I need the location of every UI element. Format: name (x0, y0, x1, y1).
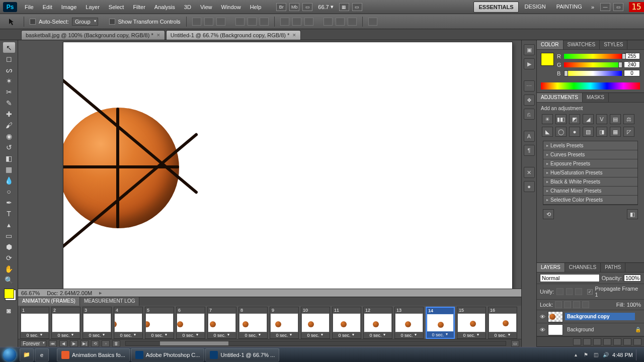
tween-button[interactable]: ⟲ (91, 340, 99, 347)
extras-icon[interactable]: ▭ (352, 3, 362, 11)
arrange-docs-icon[interactable]: ▦ (339, 3, 349, 11)
app-icon[interactable]: Ps (3, 2, 17, 12)
animation-frame[interactable]: 130 sec.▼ (394, 307, 424, 339)
dock-panel-icon[interactable]: ❖ (524, 95, 535, 106)
layer-visibility-icon[interactable]: 👁 (537, 327, 548, 333)
screen-mode-icon[interactable]: ▭ (302, 3, 312, 11)
3d-camera-tool[interactable]: ⟳ (3, 252, 15, 263)
layer-mask-icon[interactable] (593, 338, 601, 345)
taskbar-clock[interactable]: 4:48 PM (612, 352, 633, 358)
tray-flag-icon[interactable]: ⚑ (582, 351, 589, 358)
align-vcenter-icon[interactable] (204, 18, 213, 26)
unify-visibility-icon[interactable] (566, 288, 573, 295)
gradient-tool[interactable]: ▦ (3, 164, 15, 174)
duplicate-frame-button[interactable]: ▫ (102, 340, 110, 347)
adjustment-preset[interactable]: Black & White Presets (543, 177, 637, 187)
menu-edit[interactable]: Edit (38, 0, 57, 14)
lock-all-icon[interactable] (582, 301, 589, 308)
ie-pinned-icon[interactable]: e (35, 348, 49, 361)
workspace-design[interactable]: DESIGN (520, 2, 550, 13)
layer-thumbnail[interactable] (548, 311, 563, 322)
link-layers-icon[interactable] (573, 338, 581, 345)
new-layer-icon[interactable] (623, 338, 631, 345)
quick-mask-icon[interactable]: ◙ (3, 305, 15, 316)
animation-frames-row[interactable]: 10 sec.▼20 sec.▼30 sec.▼40 sec.▼50 sec.▼… (18, 306, 521, 339)
dist-right-icon[interactable] (348, 18, 357, 26)
explorer-pinned-icon[interactable]: 📁 (20, 348, 34, 361)
adjustment-icon[interactable]: ▧ (583, 127, 594, 137)
panel-tab[interactable]: ADJUSTMENTS (537, 93, 583, 102)
lock-image-icon[interactable] (564, 301, 571, 308)
play-button[interactable]: ▶ (70, 340, 78, 347)
adjustment-icon[interactable]: ▮◧ (555, 114, 567, 124)
auto-select-checkbox[interactable] (30, 19, 36, 25)
dist-bottom-icon[interactable] (304, 18, 313, 26)
color-value-input[interactable]: 255 (624, 53, 640, 59)
crop-tool[interactable]: ✂ (3, 86, 15, 97)
close-tab-icon[interactable]: ✕ (156, 33, 160, 38)
dock-panel-icon[interactable]: ⎌ (524, 109, 535, 120)
lasso-tool[interactable]: ᔕ (3, 64, 15, 75)
path-select-tool[interactable]: ▴ (3, 219, 15, 230)
color-spectrum[interactable] (541, 82, 640, 89)
unify-position-icon[interactable] (556, 288, 564, 295)
first-frame-button[interactable]: ⏮ (49, 340, 57, 347)
adjustment-preset[interactable]: Hue/Saturation Presets (543, 168, 637, 177)
pen-tool[interactable]: ✒ (3, 197, 15, 208)
animation-frame[interactable]: 140 sec.▼ (426, 307, 455, 339)
menu-view[interactable]: View (196, 0, 217, 14)
animation-frame[interactable]: 60 sec.▼ (176, 307, 205, 339)
animation-frame[interactable]: 100 sec.▼ (301, 307, 330, 339)
layer-thumbnail[interactable] (548, 324, 563, 335)
color-slider[interactable] (564, 62, 622, 67)
adjustment-icon[interactable]: ◯ (555, 127, 567, 137)
zoom-tool[interactable]: 🔍 (3, 275, 15, 285)
taskbar-app[interactable]: Untitled-1 @ 66.7% ... (205, 348, 279, 361)
propagate-frame-checkbox[interactable]: ✓ (587, 289, 593, 295)
document-tab[interactable]: Untitled-1 @ 66.7% (Background copy, RGB… (166, 30, 301, 40)
layer-group-icon[interactable] (613, 338, 621, 345)
dock-panel-icon[interactable]: ✕ (524, 167, 535, 178)
adjustment-back-icon[interactable]: ⟲ (543, 209, 554, 219)
adjustment-preset[interactable]: Channel Mixer Presets (543, 187, 637, 196)
opacity-input[interactable]: 100% (624, 275, 641, 282)
dock-panel-icon[interactable]: ▣ (524, 44, 535, 55)
workspace-essentials[interactable]: ESSENTIALS (473, 2, 518, 13)
minimize-icon[interactable]: — (600, 3, 610, 11)
restore-icon[interactable]: ▭ (613, 3, 623, 11)
next-frame-button[interactable]: ▶| (80, 340, 89, 347)
workspace-more-icon[interactable]: » (587, 0, 599, 14)
panel-tab[interactable]: COLOR (537, 40, 564, 49)
panel-tab[interactable]: SWATCHES (564, 40, 600, 49)
adjustment-preset[interactable]: Selective Color Presets (543, 196, 637, 205)
adjustment-icon[interactable]: ◨ (596, 127, 607, 137)
dock-panel-icon[interactable]: ● (524, 181, 535, 192)
brush-tool[interactable]: 🖌 (3, 120, 15, 130)
layer-visibility-icon[interactable]: 👁 (537, 314, 548, 320)
eraser-tool[interactable]: ◧ (3, 153, 15, 163)
layer-style-icon[interactable] (583, 338, 591, 345)
start-button[interactable] (0, 347, 19, 363)
tray-network-icon[interactable]: ◫ (592, 351, 599, 358)
transform-controls-checkbox[interactable] (109, 19, 115, 25)
animation-frame[interactable]: 110 sec.▼ (332, 307, 361, 339)
3d-tool[interactable]: ⬢ (3, 241, 15, 252)
panel-tab[interactable]: LAYERS (537, 263, 565, 272)
dist-top-icon[interactable] (280, 18, 289, 26)
document-tab[interactable]: basketball.jpg @ 100% (Background copy, … (21, 30, 165, 40)
adjustment-icon[interactable]: ⚖ (623, 114, 634, 124)
history-brush-tool[interactable]: ↺ (3, 142, 15, 152)
menu-3d[interactable]: 3D (180, 0, 196, 14)
animation-frame[interactable]: 20 sec.▼ (51, 307, 80, 339)
healing-tool[interactable]: ✚ (3, 109, 15, 119)
adjustment-layer-icon[interactable] (603, 338, 611, 345)
auto-align-icon[interactable] (368, 18, 377, 26)
panel-tab[interactable]: MASKS (583, 93, 609, 102)
mini-bridge-icon[interactable]: Mb (289, 3, 299, 11)
hand-tool[interactable]: ✋ (3, 263, 15, 274)
animation-frame[interactable]: 50 sec.▼ (145, 307, 174, 339)
panel-tab[interactable]: STYLES (600, 40, 627, 49)
taskbar-app[interactable]: Animation Basics fo... (57, 348, 130, 361)
tray-expand-icon[interactable]: ▴ (572, 351, 579, 358)
dodge-tool[interactable]: ○ (3, 186, 15, 197)
